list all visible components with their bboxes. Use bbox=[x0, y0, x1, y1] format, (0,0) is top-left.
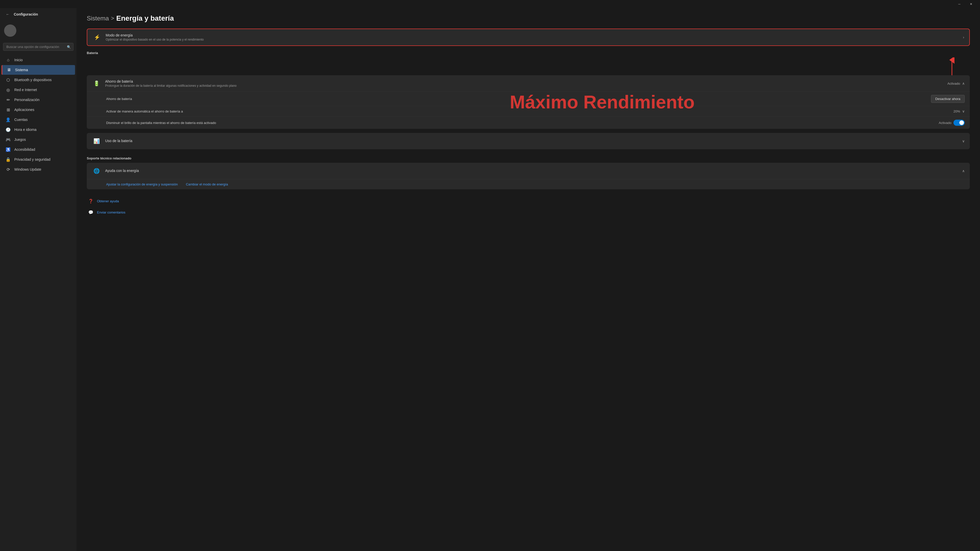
sidebar-item-juegos[interactable]: 🎮 Juegos bbox=[2, 135, 75, 144]
ahorro-bateria-icon: 🔋 bbox=[92, 79, 101, 88]
bluetooth-label: Bluetooth y dispositivos bbox=[14, 78, 52, 82]
breadcrumb-current: Energía y batería bbox=[116, 14, 174, 22]
sidebar-item-accesibilidad[interactable]: ♿ Accesibilidad bbox=[2, 144, 75, 154]
accesibilidad-label: Accesibilidad bbox=[14, 148, 35, 151]
sistema-icon: 🖥 bbox=[6, 67, 11, 73]
enviar-comentarios-label[interactable]: Enviar comentarios bbox=[97, 210, 125, 214]
sub-row-label-ahorro: Ahorro de batería bbox=[106, 97, 927, 101]
ahorro-bateria-action: Activado ∧ bbox=[947, 81, 965, 86]
modo-energia-row[interactable]: ⚡ Modo de energía Optimizar el dispositi… bbox=[87, 29, 969, 45]
ayuda-title: Ayuda con la energía bbox=[105, 168, 958, 173]
obtener-ayuda-item[interactable]: ❓ Obtener ayuda bbox=[87, 195, 970, 206]
privacidad-icon: 🔒 bbox=[6, 157, 11, 162]
support-links: Ajustar la configuración de energía y su… bbox=[87, 179, 970, 189]
uso-bateria-icon: 📊 bbox=[92, 137, 101, 146]
sub-row-label-automatica: Activar de manera automática el ahorro d… bbox=[106, 110, 950, 113]
aplicaciones-icon: ⊞ bbox=[6, 107, 11, 112]
modo-energia-action: › bbox=[963, 35, 964, 39]
main-content: Sistema > Energía y batería ⚡ Modo de en… bbox=[76, 8, 980, 551]
energia-icon: ⚡ bbox=[92, 33, 102, 42]
sidebar-title: Configuración bbox=[14, 12, 38, 16]
minimize-button[interactable]: ─ bbox=[953, 0, 965, 8]
link-ajustar[interactable]: Ajustar la configuración de energía y su… bbox=[106, 183, 178, 186]
sidebar-item-inicio[interactable]: ⌂ Inicio bbox=[2, 55, 75, 65]
ahorro-bateria-subtitle: Prolongue la duración de la batería al l… bbox=[105, 84, 943, 87]
disminuir-action: Activado bbox=[939, 120, 965, 126]
ayuda-text: Ayuda con la energía bbox=[105, 168, 958, 173]
disminuir-toggle[interactable] bbox=[953, 120, 965, 126]
desactivar-ahora-button[interactable]: Desactivar ahora bbox=[931, 95, 965, 103]
bluetooth-icon: ⬡ bbox=[6, 77, 11, 83]
uso-bateria-title: Uso de la batería bbox=[105, 139, 958, 143]
sidebar-item-sistema[interactable]: 🖥 Sistema bbox=[2, 65, 75, 75]
sidebar-item-personalizacion[interactable]: ✏ Personalización bbox=[2, 95, 75, 105]
sidebar-item-hora[interactable]: 🕐 Hora e idioma bbox=[2, 125, 75, 135]
ayuda-chevron[interactable]: ∧ bbox=[962, 169, 965, 173]
sidebar-item-windows_update[interactable]: ⟳ Windows Update bbox=[2, 165, 75, 174]
enviar-comentarios-icon: 💬 bbox=[88, 209, 94, 215]
cuentas-icon: 👤 bbox=[6, 117, 11, 122]
titlebar: ─ ✕ bbox=[0, 0, 980, 8]
toggle-thumb bbox=[959, 121, 964, 125]
ahorro-bateria-row[interactable]: 🔋 Ahorro de batería Prolongue la duració… bbox=[87, 75, 970, 92]
sub-row-disminuir: Disminuir el brillo de la pantalla mient… bbox=[87, 117, 970, 129]
link-cambiar[interactable]: Cambiar el modo de energía bbox=[186, 183, 228, 186]
modo-energia-title: Modo de energía bbox=[106, 33, 959, 37]
uso-bateria-card[interactable]: 📊 Uso de la batería ∨ bbox=[87, 133, 970, 149]
red-label: Red e Internet bbox=[14, 88, 37, 92]
juegos-icon: 🎮 bbox=[6, 137, 11, 142]
ahorro-bateria-title: Ahorro de batería bbox=[105, 79, 943, 83]
personalizacion-label: Personalización bbox=[14, 98, 40, 102]
cuentas-label: Cuentas bbox=[14, 118, 27, 122]
ayuda-card: 🌐 Ayuda con la energía ∧ Ajustar la conf… bbox=[87, 163, 970, 189]
personalizacion-icon: ✏ bbox=[6, 97, 11, 102]
modo-energia-subtitle: Optimizar el dispositivo basado en el us… bbox=[106, 38, 959, 41]
ayuda-icon: 🌐 bbox=[92, 166, 101, 176]
bateria-section-title: Batería bbox=[87, 51, 970, 55]
avatar bbox=[4, 24, 16, 37]
percent-value: 20% bbox=[953, 110, 960, 113]
search-bar: 🔍 bbox=[3, 43, 73, 51]
ahorro-bateria-status: Activado bbox=[947, 82, 960, 86]
windows_update-icon: ⟳ bbox=[6, 167, 11, 172]
ahorro-bateria-text: Ahorro de batería Prolongue la duración … bbox=[105, 79, 943, 87]
windows_update-label: Windows Update bbox=[14, 167, 41, 171]
uso-bateria-row[interactable]: 📊 Uso de la batería ∨ bbox=[87, 133, 970, 149]
sidebar-item-cuentas[interactable]: 👤 Cuentas bbox=[2, 115, 75, 124]
sidebar-item-aplicaciones[interactable]: ⊞ Aplicaciones bbox=[2, 105, 75, 114]
sidebar-item-privacidad[interactable]: 🔒 Privacidad y seguridad bbox=[2, 155, 75, 164]
ayuda-card-row[interactable]: 🌐 Ayuda con la energía ∧ bbox=[87, 163, 970, 179]
automatica-chevron[interactable]: ∨ bbox=[962, 109, 965, 113]
juegos-label: Juegos bbox=[14, 138, 26, 141]
avatar-area bbox=[0, 21, 76, 41]
enviar-comentarios-item[interactable]: 💬 Enviar comentarios bbox=[87, 206, 970, 218]
aplicaciones-label: Aplicaciones bbox=[14, 108, 35, 112]
privacidad-label: Privacidad y seguridad bbox=[14, 157, 51, 162]
app-container: ← Configuración 🔍 ⌂ Inicio 🖥 Sistema ⬡ B… bbox=[0, 8, 980, 551]
breadcrumb-sep: > bbox=[111, 15, 115, 22]
inicio-label: Inicio bbox=[14, 58, 23, 62]
red-icon: ◎ bbox=[6, 87, 11, 92]
sub-row-label-disminuir: Disminuir el brillo de la pantalla mient… bbox=[106, 121, 935, 125]
sistema-label: Sistema bbox=[15, 68, 28, 72]
modo-energia-text: Modo de energía Optimizar el dispositivo… bbox=[106, 33, 959, 41]
breadcrumb-parent[interactable]: Sistema bbox=[87, 15, 109, 22]
breadcrumb: Sistema > Energía y batería bbox=[87, 14, 970, 22]
back-button[interactable]: ← bbox=[4, 11, 11, 18]
uso-bateria-chevron[interactable]: ∨ bbox=[962, 139, 965, 143]
sidebar-item-bluetooth[interactable]: ⬡ Bluetooth y dispositivos bbox=[2, 75, 75, 85]
automatica-dropdown-wrap: 20% ∨ bbox=[953, 109, 965, 113]
close-button[interactable]: ✕ bbox=[965, 0, 977, 8]
obtener-ayuda-icon: ❓ bbox=[88, 198, 94, 204]
hora-label: Hora e idioma bbox=[14, 127, 37, 132]
red-arrow-up bbox=[950, 57, 955, 78]
ahorro-bateria-chevron[interactable]: ∧ bbox=[962, 81, 965, 86]
search-input[interactable] bbox=[3, 43, 73, 51]
inicio-icon: ⌂ bbox=[6, 57, 11, 62]
obtener-ayuda-label[interactable]: Obtener ayuda bbox=[97, 199, 119, 203]
hora-icon: 🕐 bbox=[6, 127, 11, 132]
sidebar-item-red[interactable]: ◎ Red e Internet bbox=[2, 85, 75, 95]
accesibilidad-icon: ♿ bbox=[6, 147, 11, 152]
uso-bateria-text: Uso de la batería bbox=[105, 139, 958, 143]
modo-energia-card[interactable]: ⚡ Modo de energía Optimizar el dispositi… bbox=[87, 29, 970, 46]
